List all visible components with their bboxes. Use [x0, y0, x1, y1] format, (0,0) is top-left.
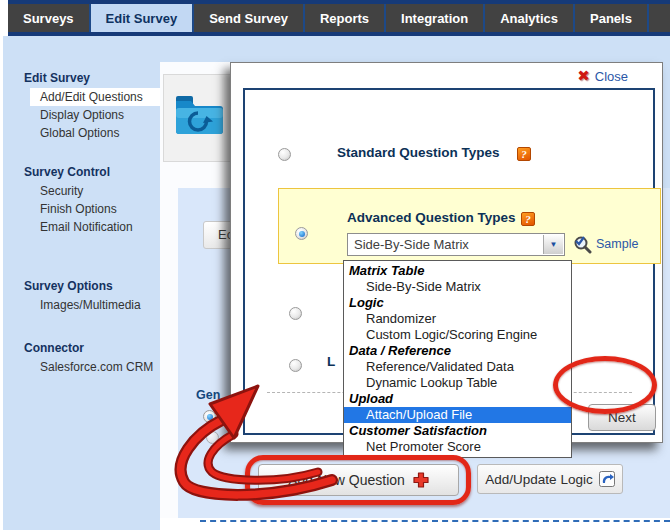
content-header-panel: [163, 74, 240, 162]
tab-surveys[interactable]: Surveys: [8, 4, 91, 32]
dropdown-group-header-matrix-table: Matrix Table: [344, 263, 571, 279]
library-option-label: L: [327, 354, 335, 369]
tab-integration[interactable]: Integration: [386, 4, 485, 32]
dropdown-option-side-by-side-matrix[interactable]: Side-By-Side Matrix: [344, 279, 571, 295]
question-type-select-value: Side-By-Side Matrix: [354, 237, 469, 252]
dialog-close[interactable]: ✖ Close: [577, 68, 628, 84]
dropdown-option-randomizer[interactable]: Randomizer: [344, 311, 571, 327]
sidebar-item-images-multimedia[interactable]: Images/Multimedia: [30, 296, 160, 314]
standard-question-types-label: Standard Question Types: [337, 145, 500, 160]
add-update-logic-label: Add/Update Logic: [485, 472, 592, 487]
help-icon[interactable]: ?: [517, 147, 531, 161]
tab-analytics[interactable]: Analytics: [485, 4, 575, 32]
top-nav-tabs: SurveysEdit SurveySend SurveyReportsInte…: [8, 4, 670, 32]
section-divider-dashed: [200, 520, 670, 522]
dropdown-option-reference-validated-data[interactable]: Reference/Validated Data: [344, 359, 571, 375]
advanced-question-types-label: Advanced Question Types: [347, 210, 516, 225]
sidebar-section-survey-control: Survey ControlSecurityFinish OptionsEmai…: [6, 162, 160, 236]
annotation-ellipse-next: [553, 356, 657, 414]
help-icon[interactable]: ?: [521, 212, 535, 226]
sidebar-item-display-options[interactable]: Display Options: [30, 106, 160, 124]
tab-send-survey[interactable]: Send Survey: [194, 4, 305, 32]
sidebar: Edit SurveyAdd/Edit QuestionsDisplay Opt…: [6, 36, 160, 530]
tab-edit-survey[interactable]: Edit Survey: [91, 4, 195, 32]
dropdown-group-header-upload: Upload: [344, 391, 571, 407]
hidden-option-radio[interactable]: [289, 307, 302, 320]
sidebar-item-salesforce-com-crm[interactable]: Salesforce.com CRM: [30, 358, 160, 376]
sidebar-section-edit-survey: Edit SurveyAdd/Edit QuestionsDisplay Opt…: [6, 68, 160, 142]
sidebar-section-title: Survey Options: [6, 276, 160, 296]
nav-filler: [649, 4, 670, 32]
sidebar-item-global-options[interactable]: Global Options: [30, 124, 160, 142]
dropdown-option-net-promoter-score[interactable]: Net Promoter Score: [344, 439, 571, 455]
logic-icon: [599, 471, 615, 487]
magnifier-icon[interactable]: [572, 234, 592, 254]
sidebar-item-email-notification[interactable]: Email Notification: [30, 218, 160, 236]
annotation-arrow: [160, 372, 360, 510]
sidebar-section-connector: ConnectorSalesforce.com CRM: [6, 338, 160, 376]
sidebar-section-survey-options: Survey OptionsImages/Multimedia: [6, 276, 160, 314]
question-type-dropdown-list: Matrix TableSide-By-Side MatrixLogicRand…: [343, 260, 572, 458]
dropdown-option-attach-upload-file[interactable]: Attach/Upload File: [344, 407, 571, 423]
top-nav: SurveysEdit SurveySend SurveyReportsInte…: [8, 0, 670, 36]
dropdown-option-dynamic-lookup-table[interactable]: Dynamic Lookup Table: [344, 375, 571, 391]
library-option-radio[interactable]: [289, 359, 302, 372]
sample-link[interactable]: Sample: [596, 237, 638, 251]
standard-question-types-radio[interactable]: [278, 148, 291, 161]
sidebar-item-security[interactable]: Security: [30, 182, 160, 200]
tab-panels[interactable]: Panels: [575, 4, 649, 32]
edit-survey-screen: SurveysEdit SurveySend SurveyReportsInte…: [0, 0, 670, 530]
sidebar-section-title: Connector: [6, 338, 160, 358]
sidebar-item-finish-options[interactable]: Finish Options: [30, 200, 160, 218]
close-icon[interactable]: ✖: [577, 68, 590, 84]
sidebar-item-add-edit-questions[interactable]: Add/Edit Questions: [30, 88, 160, 106]
chevron-down-icon[interactable]: ▼: [543, 235, 563, 254]
add-update-logic-button[interactable]: Add/Update Logic: [477, 464, 623, 494]
sidebar-section-title: Edit Survey: [6, 68, 160, 88]
advanced-question-types-radio[interactable]: [295, 227, 308, 240]
close-label[interactable]: Close: [595, 69, 628, 84]
reorder-questions-folder-icon[interactable]: [173, 92, 223, 134]
question-type-select[interactable]: Side-By-Side Matrix ▼: [347, 233, 565, 256]
dropdown-group-header-data-reference: Data / Reference: [344, 343, 571, 359]
tab-reports[interactable]: Reports: [305, 4, 386, 32]
dropdown-group-header-logic: Logic: [344, 295, 571, 311]
sidebar-section-title: Survey Control: [6, 162, 160, 182]
dropdown-group-header-customer-satisfaction: Customer Satisfaction: [344, 423, 571, 439]
dropdown-option-custom-logic-scoring-engine[interactable]: Custom Logic/Scoring Engine: [344, 327, 571, 343]
